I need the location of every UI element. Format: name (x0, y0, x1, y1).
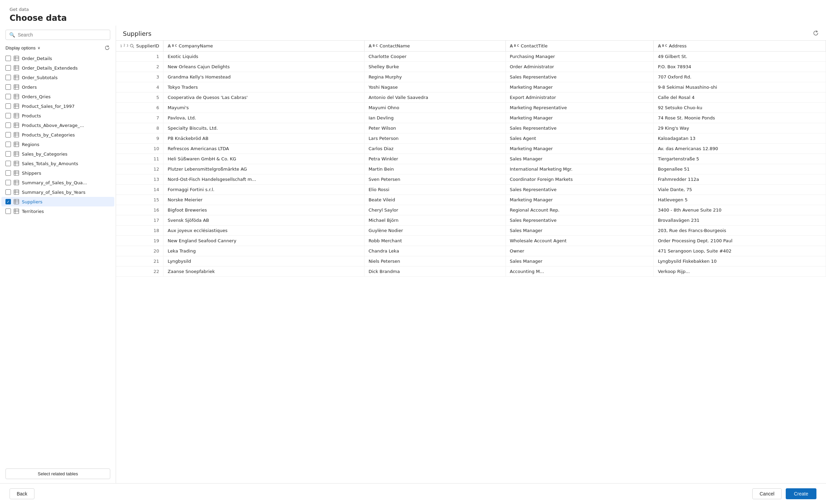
checkbox-product-sales-1997[interactable] (5, 103, 11, 109)
cell-address: Viale Dante, 75 (654, 185, 826, 195)
table-list-item-order-details[interactable]: Order_Details (1, 54, 114, 63)
table-list-item-products[interactable]: Products (1, 111, 114, 120)
col-type-icon-supplier-id: 123 (120, 44, 134, 48)
cell-contact-title: Sales Representative (505, 215, 654, 226)
cancel-button[interactable]: Cancel (752, 488, 782, 499)
table-body: 1Exotic LiquidsCharlotte CooperPurchasin… (116, 52, 826, 277)
table-list-item-sales-by-categories[interactable]: Sales_by_Categories (1, 149, 114, 159)
table-list-item-products-by-categories[interactable]: Products_by_Categories (1, 130, 114, 140)
checkbox-order-details-extended[interactable] (5, 65, 11, 71)
back-button[interactable]: Back (10, 488, 34, 499)
search-input[interactable] (18, 32, 106, 38)
table-list-item-product-sales-1997[interactable]: Product_Sales_for_1997 (1, 101, 114, 111)
refresh-icon[interactable] (104, 45, 110, 51)
table-list-item-order-subtotals[interactable]: Order_Subtotals (1, 73, 114, 82)
header: Get data Choose data (0, 0, 826, 26)
cell-company-name: New Orleans Cajun Delights (163, 62, 364, 72)
col-type-icon-address: ABC (658, 44, 667, 48)
table-row: 8Specialty Biscuits, Ltd.Peter WilsonSal… (116, 123, 826, 133)
checkbox-order-subtotals[interactable] (5, 75, 11, 80)
cell-contact-title: Sales Representative (505, 185, 654, 195)
display-options-row: Display options ∨ (0, 43, 116, 54)
table-list-item-sales-totals-by-amounts[interactable]: Sales_Totals_by_Amounts (1, 159, 114, 168)
cell-contact-title: International Marketing Mgr. (505, 164, 654, 174)
content-area: 🔍 Display options ∨ (0, 26, 826, 483)
item-label-regions: Regions (22, 142, 110, 147)
table-list-item-suppliers[interactable]: Suppliers (1, 197, 114, 206)
checkbox-products-by-categories[interactable] (5, 132, 11, 138)
cell-address: Av. das Americanas 12.890 (654, 144, 826, 154)
cell-id: 18 (116, 226, 163, 236)
item-label-summary-sales-years: Summary_of_Sales_by_Years (22, 190, 110, 195)
table-list-item-territories[interactable]: Territories (1, 206, 114, 216)
table-list-item-order-details-extended[interactable]: Order_Details_Extendeds (1, 63, 114, 73)
checkbox-regions[interactable] (5, 142, 11, 147)
cell-contact-title: Wholesale Account Agent (505, 236, 654, 246)
table-list-item-shippers[interactable]: Shippers (1, 168, 114, 178)
checkbox-summary-sales-qua[interactable] (5, 180, 11, 185)
cell-contact-name: Guylène Nodier (364, 226, 505, 236)
checkbox-orders[interactable] (5, 84, 11, 90)
display-options-button[interactable]: Display options ∨ (5, 45, 40, 51)
table-list-item-summary-sales-qua[interactable]: Summary_of_Sales_by_Qua... (1, 178, 114, 187)
cell-address: Frahmredder 112a (654, 174, 826, 185)
table-row: 7Pavlova, Ltd.Ian DevlingMarketing Manag… (116, 113, 826, 123)
cell-contact-name: Dick Brandma (364, 267, 505, 277)
table-row: 10Refrescos Americanas LTDACarlos DiazMa… (116, 144, 826, 154)
table-list-item-summary-sales-years[interactable]: Summary_of_Sales_by_Years (1, 187, 114, 197)
cell-company-name: Aux joyeux ecclésiastiques (163, 226, 364, 236)
cell-address: P.O. Box 78934 (654, 62, 826, 72)
table-list-item-orders-qries[interactable]: Orders_Qries (1, 92, 114, 101)
search-box[interactable]: 🔍 (5, 30, 110, 40)
svg-rect-12 (14, 85, 19, 89)
item-label-suppliers: Suppliers (22, 199, 110, 204)
display-options-label: Display options (5, 45, 35, 51)
cell-address: Tiergartenstraße 5 (654, 154, 826, 164)
data-table: 123 SupplierID ABC CompanyName (116, 41, 826, 277)
svg-rect-44 (14, 161, 19, 166)
cell-contact-name: Shelley Burke (364, 62, 505, 72)
checkbox-products-above-average[interactable] (5, 123, 11, 128)
cell-address: 49 Gilbert St. (654, 52, 826, 62)
checkbox-sales-by-categories[interactable] (5, 151, 11, 157)
item-label-orders-qries: Orders_Qries (22, 94, 110, 99)
checkbox-territories[interactable] (5, 208, 11, 214)
cell-contact-title: Export Administrator (505, 92, 654, 103)
refresh-table-icon[interactable] (812, 30, 819, 38)
table-list-item-regions[interactable]: Regions (1, 140, 114, 149)
table-list-item-products-above-average[interactable]: Products_Above_Average_... (1, 120, 114, 130)
svg-rect-52 (14, 180, 19, 185)
cell-contact-name: Peter Wilson (364, 123, 505, 133)
cell-contact-name: Regina Murphy (364, 72, 505, 82)
table-icon-order-details (14, 56, 19, 61)
cell-contact-title: Regional Account Rep. (505, 205, 654, 215)
table-row: 16Bigfoot BreweriesCheryl SaylorRegional… (116, 205, 826, 215)
cell-id: 22 (116, 267, 163, 277)
cell-address: Brovallavägen 231 (654, 215, 826, 226)
cell-company-name: Pavlova, Ltd. (163, 113, 364, 123)
col-header-address: ABC Address (654, 41, 826, 52)
table-row: 14Formaggi Fortini s.r.l.Elio RossiSales… (116, 185, 826, 195)
data-grid-wrapper[interactable]: 123 SupplierID ABC CompanyName (116, 40, 826, 483)
cell-contact-name: Mayumi Ohno (364, 103, 505, 113)
create-button[interactable]: Create (786, 488, 816, 499)
table-icon-shippers (14, 170, 19, 176)
col-label-supplier-id: SupplierID (136, 43, 159, 48)
checkbox-shippers[interactable] (5, 170, 11, 176)
cell-id: 10 (116, 144, 163, 154)
checkbox-products[interactable] (5, 113, 11, 118)
select-related-tables-button[interactable]: Select related tables (5, 469, 110, 479)
cell-company-name: Grandma Kelly's Homestead (163, 72, 364, 82)
table-icon-regions (14, 142, 19, 147)
checkbox-suppliers[interactable] (5, 199, 11, 204)
cell-id: 7 (116, 113, 163, 123)
table-list: Order_Details Order_Details_Extendeds Or… (0, 54, 116, 466)
table-row: 15Norske MeierierBeate VileidMarketing M… (116, 195, 826, 205)
checkbox-order-details[interactable] (5, 56, 11, 61)
checkbox-summary-sales-years[interactable] (5, 189, 11, 195)
checkbox-sales-totals-by-amounts[interactable] (5, 161, 11, 166)
svg-rect-36 (14, 142, 19, 147)
table-row: 2New Orleans Cajun DelightsShelley Burke… (116, 62, 826, 72)
table-list-item-orders[interactable]: Orders (1, 82, 114, 92)
checkbox-orders-qries[interactable] (5, 94, 11, 99)
